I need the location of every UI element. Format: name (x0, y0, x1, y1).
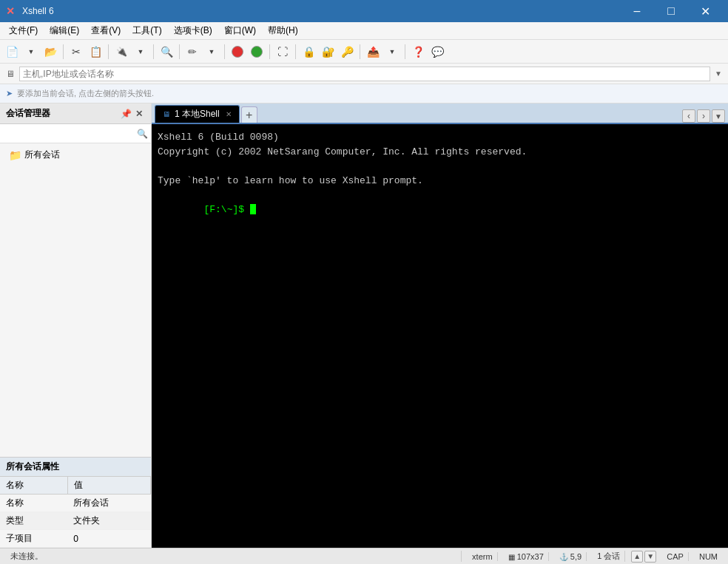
toolbar-sep-1 (63, 44, 64, 59)
tab-icon: 🖥 (163, 110, 170, 118)
main-area: 会话管理器 📌 ✕ 🔍 📁 所有会话 所有会话属性 名称 (0, 103, 728, 548)
tab-navigation: ‹ › ▼ (682, 109, 725, 123)
minimize-button[interactable]: – (620, 0, 654, 22)
sidebar-close-btn[interactable]: ✕ (133, 108, 145, 120)
tab-nav-right[interactable]: › (697, 109, 710, 123)
terminal-prompt-line: [F:\~]$ (158, 188, 722, 231)
toolbar-transfer-btn[interactable]: 📤 (364, 43, 382, 61)
tab-close-btn[interactable]: ✕ (226, 110, 232, 118)
maximize-button[interactable]: □ (654, 0, 688, 22)
table-row: 子项目 0 (0, 530, 151, 548)
address-dropdown-btn[interactable]: ▼ (715, 69, 722, 78)
menu-tools[interactable]: 工具(T) (127, 22, 167, 39)
toolbar-compose-btn[interactable]: ✏ (183, 43, 201, 61)
toolbar-color-btn[interactable] (229, 43, 246, 61)
sidebar: 会话管理器 📌 ✕ 🔍 📁 所有会话 所有会话属性 名称 (0, 103, 152, 548)
sidebar-search-icon[interactable]: 🔍 (137, 129, 148, 139)
cursor-pos-value: 5,9 (570, 552, 582, 561)
tree-item-all-sessions[interactable]: 📁 所有会话 (0, 146, 151, 163)
toolbar-connect-btn[interactable]: 🔌 (112, 43, 130, 61)
row-value-1: 所有会话 (67, 495, 150, 512)
menu-file[interactable]: 文件(F) (3, 22, 44, 39)
address-bar: 🖥 ▼ (0, 64, 728, 84)
quick-connect-text: 要添加当前会话, 点击左侧的箭头按钮. (17, 88, 154, 99)
toolbar-lock2-btn[interactable]: 🔐 (319, 43, 337, 61)
status-disconnected: 未连接。 (6, 551, 462, 562)
col-header-name: 名称 (0, 477, 67, 495)
row-name-2: 类型 (0, 512, 67, 530)
tab-local-shell[interactable]: 🖥 1 本地Shell ✕ (155, 105, 240, 123)
sidebar-pin-btn[interactable]: 📌 (120, 108, 132, 120)
terminal-prompt: [F:\~]$ (203, 204, 249, 215)
terminal-line: Type `help' to learn how to use Xshell p… (158, 174, 722, 188)
toolbar-comment-btn[interactable]: 💬 (428, 43, 446, 61)
sidebar-title: 会话管理器 (6, 107, 120, 120)
toolbar-key-btn[interactable]: 🔑 (338, 43, 356, 61)
terminal[interactable]: Xshell 6 (Build 0098) Copyright (c) 2002… (152, 124, 728, 548)
col-header-value: 值 (67, 477, 150, 495)
toolbar-sep-3 (153, 44, 154, 59)
close-button[interactable]: ✕ (688, 0, 722, 22)
status-num-lock: NUM (695, 552, 722, 561)
cursor-icon: ⚓ (559, 553, 568, 561)
status-caps-lock: CAP (662, 552, 689, 561)
toolbar-new-dropdown[interactable]: ▼ (22, 43, 40, 61)
terminal-cursor (250, 204, 256, 214)
table-row: 名称 所有会话 (0, 495, 151, 512)
toolbar-sep-2 (108, 44, 109, 59)
toolbar-color2-btn[interactable] (248, 43, 266, 61)
address-icon: 🖥 (6, 69, 15, 79)
all-sessions-label: 所有会话 (24, 149, 60, 161)
status-bar: 未连接。 xterm ▦ 107x37 ⚓ 5,9 1 会话 ▲ ▼ CAP N… (0, 548, 728, 564)
status-scroll-buttons: ▲ ▼ (631, 551, 656, 563)
status-term-type: xterm (468, 552, 498, 561)
toolbar-connect-dropdown[interactable]: ▼ (132, 43, 149, 61)
menu-edit[interactable]: 编辑(E) (44, 22, 85, 39)
menu-window[interactable]: 窗口(W) (218, 22, 262, 39)
toolbar-cut-btn[interactable]: ✂ (67, 43, 85, 61)
toolbar-sep-9 (405, 44, 405, 59)
scroll-up-btn[interactable]: ▲ (631, 551, 643, 563)
menu-help[interactable]: 帮助(H) (262, 22, 304, 39)
tab-nav-menu[interactable]: ▼ (712, 109, 725, 123)
table-row: 类型 文件夹 (0, 512, 151, 530)
toolbar-search-btn[interactable]: 🔍 (158, 43, 175, 61)
terminal-line: Copyright (c) 2002 NetSarang Computer, I… (158, 145, 722, 160)
sidebar-search: 🔍 (0, 124, 151, 143)
toolbar: 📄 ▼ 📂 ✂ 📋 🔌 ▼ 🔍 ✏ ▼ ⛶ 🔒 🔐 🔑 📤 ▼ ❓ 💬 (0, 40, 728, 64)
toolbar-compose-dropdown[interactable]: ▼ (203, 43, 220, 61)
address-input[interactable] (19, 67, 710, 81)
toolbar-open-btn[interactable]: 📂 (41, 43, 59, 61)
quick-connect-icon: ➤ (6, 89, 13, 98)
sidebar-header-buttons: 📌 ✕ (120, 108, 145, 120)
scroll-down-btn[interactable]: ▼ (644, 551, 656, 563)
toolbar-fullscreen-btn[interactable]: ⛶ (274, 43, 291, 61)
toolbar-new-btn[interactable]: 📄 (3, 43, 21, 61)
terminal-line: Xshell 6 (Build 0098) (158, 130, 722, 145)
menu-view[interactable]: 查看(V) (85, 22, 127, 39)
status-term-size: ▦ 107x37 (504, 552, 549, 561)
row-value-2: 文件夹 (67, 512, 150, 530)
tab-nav-left[interactable]: ‹ (682, 109, 695, 123)
sidebar-search-input[interactable] (3, 129, 137, 138)
title-bar: ✕ Xshell 6 – □ ✕ (0, 0, 728, 22)
toolbar-sep-7 (295, 44, 296, 59)
window-controls: – □ ✕ (620, 0, 722, 22)
toolbar-sep-8 (360, 44, 360, 59)
toolbar-help-btn[interactable]: ❓ (409, 43, 427, 61)
session-props-title: 所有会话属性 (0, 458, 151, 477)
right-panel: 🖥 1 本地Shell ✕ + ‹ › ▼ Xshell 6 (Build 00… (152, 103, 728, 548)
session-properties: 所有会话属性 名称 值 名称 所有会话 类型 文件夹 (0, 457, 151, 548)
status-cursor-pos: ⚓ 5,9 (555, 552, 587, 561)
toolbar-copy-btn[interactable]: 📋 (87, 43, 104, 61)
toolbar-lock-btn[interactable]: 🔒 (300, 43, 317, 61)
toolbar-sep-4 (179, 44, 180, 59)
quick-connect-bar: ➤ 要添加当前会话, 点击左侧的箭头按钮. (0, 84, 728, 103)
row-value-3: 0 (67, 530, 150, 548)
tab-add-btn[interactable]: + (241, 106, 257, 123)
toolbar-sep-5 (224, 44, 225, 59)
tab-bar: 🖥 1 本地Shell ✕ + ‹ › ▼ (152, 103, 728, 124)
toolbar-transfer-dropdown[interactable]: ▼ (383, 43, 401, 61)
tab-label: 1 本地Shell (175, 108, 220, 120)
menu-options[interactable]: 选项卡(B) (168, 22, 218, 39)
